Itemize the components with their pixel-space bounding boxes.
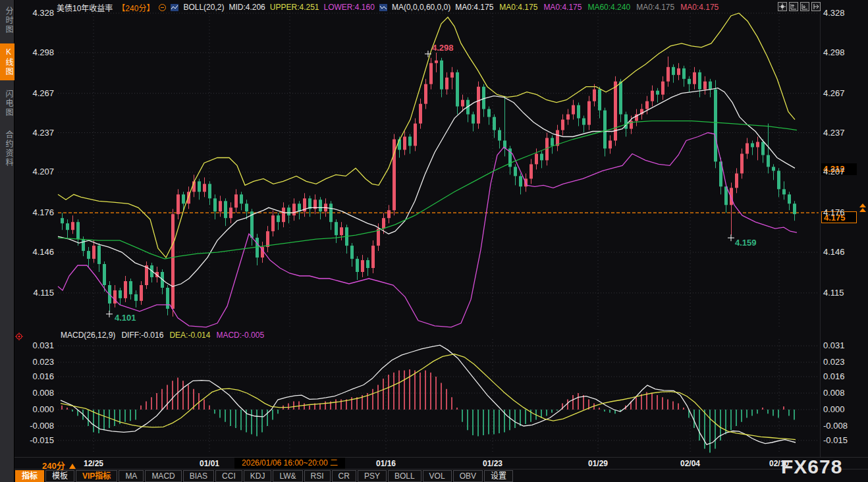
toolbar-button-MACD[interactable]: MACD — [145, 470, 181, 482]
sidebar-tab-2[interactable]: 闪电图 — [0, 86, 14, 121]
window-icons-group — [778, 2, 821, 11]
toolbar-button-PSY[interactable]: PSY — [358, 470, 387, 482]
ma-value-1: MA0:4.175 — [499, 3, 537, 12]
indicator-toolbar: 指标模板VIP指标MAMACDBIASCCIKDJLW&RSICRPSYBOLL… — [15, 470, 513, 482]
ma-values-group: MA0:4.175MA0:4.175MA0:4.175MA60:4.240MA0… — [455, 3, 719, 12]
pan-right-icon[interactable] — [811, 2, 821, 11]
macd-header: MACD(26,12,9) DIFF:-0.016 DEA:-0.014 MAC… — [61, 331, 264, 340]
crosshair-icon[interactable] — [778, 2, 787, 11]
ma-value-0: MA0:4.175 — [455, 3, 493, 12]
toolbar-button-KDJ[interactable]: KDJ — [244, 470, 272, 482]
main-chart-canvas[interactable]: 4.2984.1014.159 — [0, 0, 868, 482]
sidebar-tab-3[interactable]: 合约资料 — [0, 126, 14, 171]
toolbar-button-指标[interactable]: 指标 — [15, 470, 44, 482]
svg-text:4.298: 4.298 — [432, 43, 454, 53]
boll-upper-value: UPPER:4.251 — [270, 3, 319, 12]
macd-diff-value: DIFF:-0.016 — [121, 331, 163, 340]
toolbar-button-CR[interactable]: CR — [332, 470, 356, 482]
fx678-watermark: FX678 — [781, 456, 842, 478]
toolbar-button-OBV[interactable]: OBV — [453, 470, 483, 482]
toolbar-button-LW&[interactable]: LW& — [273, 470, 302, 482]
ma-value-3: MA60:4.240 — [587, 3, 630, 12]
svg-text:4.159: 4.159 — [735, 238, 757, 248]
zoom-out-icon[interactable] — [800, 2, 809, 11]
instrument-title: 美债10年收益率 — [57, 2, 113, 13]
macd-macd-value: MACD:-0.005 — [216, 331, 264, 340]
left-sidebar: 分时图K线图闪电图合约资料 — [0, 0, 14, 482]
ma-label[interactable]: MA(0,0,0,60,0,0) — [392, 3, 450, 12]
boll-lower-value: LOWER:4.160 — [324, 3, 375, 12]
toolbar-button-模板[interactable]: 模板 — [45, 470, 74, 482]
period-tag[interactable]: 【240分】 — [117, 2, 154, 13]
crosshair-date-tooltip: 2026/01/06 16:00~20:00 二 — [234, 458, 345, 469]
boll-chart-icon — [171, 4, 178, 11]
macd-settings-icon[interactable] — [15, 331, 23, 343]
toolbar-button-VIP指标[interactable]: VIP指标 — [76, 470, 117, 482]
ma-value-5: MA0:4.175 — [680, 3, 719, 12]
chart-application: 分时图K线图闪电图合约资料 美债10年收益率 【240分】 BOLL(20,2)… — [0, 0, 868, 482]
ma-value-2: MA0:4.175 — [543, 3, 582, 12]
period-up-arrow-icon — [69, 464, 76, 469]
collapse-indicator-icon[interactable] — [159, 4, 166, 11]
svg-text:4.101: 4.101 — [115, 313, 136, 323]
boll-mid-value: MID:4.206 — [229, 3, 265, 12]
toolbar-button-BOLL[interactable]: BOLL — [388, 470, 421, 482]
zoom-in-icon[interactable] — [789, 2, 798, 11]
chart-header: 美债10年收益率 【240分】 BOLL(20,2) MID:4.206 UPP… — [57, 1, 719, 13]
toolbar-button-CCI[interactable]: CCI — [215, 470, 242, 482]
macd-dea-value: DEA:-0.014 — [169, 331, 210, 340]
toolbar-button-VOL[interactable]: VOL — [423, 470, 452, 482]
toolbar-button-BIAS[interactable]: BIAS — [183, 470, 214, 482]
period-text: 240分 — [42, 461, 65, 471]
macd-params-label[interactable]: MACD(26,12,9) — [61, 331, 115, 340]
ma-value-4: MA0:4.175 — [636, 3, 674, 12]
sidebar-tab-0[interactable]: 分时图 — [0, 3, 14, 38]
toolbar-button-RSI[interactable]: RSI — [304, 470, 331, 482]
ma-chart-icon — [379, 4, 387, 11]
boll-label[interactable]: BOLL(20,2) — [183, 3, 224, 12]
toolbar-button-设置[interactable]: 设置 — [484, 470, 513, 482]
toolbar-button-MA[interactable]: MA — [119, 470, 144, 482]
sidebar-tab-1[interactable]: K线图 — [0, 43, 14, 80]
